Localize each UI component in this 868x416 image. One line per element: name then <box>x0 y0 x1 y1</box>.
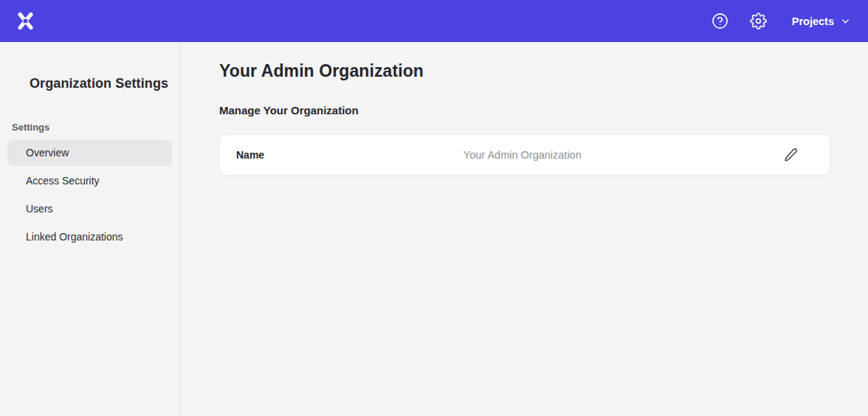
main-content: Your Admin Organization Manage Your Orga… <box>180 42 868 416</box>
name-field-value: Your Admin Organization <box>464 149 582 161</box>
sidebar-title: Organization Settings <box>30 76 179 91</box>
chevron-down-icon <box>841 16 850 26</box>
projects-dropdown[interactable]: Projects <box>792 15 850 27</box>
mux-logo[interactable] <box>16 12 35 30</box>
sidebar: Organization Settings Settings Overview … <box>0 42 180 416</box>
sidebar-item-overview[interactable]: Overview <box>7 139 172 166</box>
top-navbar: Projects <box>0 0 868 42</box>
settings-button[interactable] <box>749 12 768 31</box>
gear-icon <box>750 13 767 30</box>
pencil-icon <box>783 148 798 162</box>
sidebar-item-users[interactable]: Users <box>7 195 172 222</box>
sidebar-item-access-security[interactable]: Access Security <box>7 167 172 194</box>
page-title: Your Admin Organization <box>219 61 830 81</box>
navbar-actions: Projects <box>711 12 850 31</box>
edit-name-button[interactable] <box>781 145 800 164</box>
sidebar-nav: Overview Access Security Users Linked Or… <box>0 139 179 250</box>
sidebar-section-label: Settings <box>12 122 179 133</box>
mux-logo-icon <box>16 12 35 30</box>
section-title: Manage Your Organization <box>219 104 830 117</box>
name-field-card: Name Your Admin Organization <box>219 134 830 176</box>
help-circle-icon <box>712 13 728 30</box>
name-field-label: Name <box>236 149 264 161</box>
help-button[interactable] <box>711 12 730 31</box>
projects-label: Projects <box>792 15 834 27</box>
sidebar-item-linked-organizations[interactable]: Linked Organizations <box>7 223 172 250</box>
